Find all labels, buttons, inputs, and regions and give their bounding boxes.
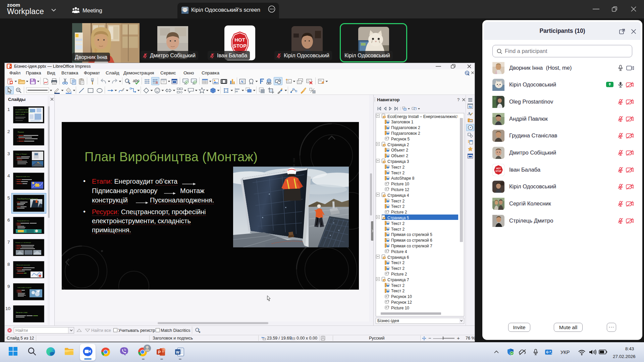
svg-text:A: A bbox=[240, 79, 243, 83]
svg-text:d: d bbox=[128, 82, 130, 85]
svg-text:STOP: STOP bbox=[233, 43, 247, 49]
svg-text:d: d bbox=[199, 331, 200, 333]
svg-text:Ризики та їх мінімізація: Ризики та їх мінімізація bbox=[15, 242, 31, 243]
svg-text:Фундаційний план: Фундаційний план bbox=[17, 220, 30, 222]
svg-text:a: a bbox=[198, 328, 199, 330]
svg-text:W: W bbox=[176, 350, 180, 354]
svg-text:Товар та Продукт: Товар та Продукт bbox=[15, 153, 27, 155]
svg-text:abc: abc bbox=[133, 78, 139, 83]
svg-text:ТВОГО ДОМУ: ТВОГО ДОМУ bbox=[15, 114, 25, 115]
svg-text:STOP: STOP bbox=[495, 170, 501, 172]
svg-text:HOT: HOT bbox=[234, 37, 245, 43]
svg-text:Рішення: Рішення bbox=[18, 131, 24, 133]
svg-text:ECOENERGY INSTALL —: ECOENERGY INSTALL — bbox=[15, 109, 33, 111]
svg-text:HOT: HOT bbox=[496, 167, 501, 170]
svg-text:Маркетинговий план: Маркетинговий план bbox=[16, 176, 30, 177]
svg-text:ЕНЕРГОНЕЗАЛЕЖНІСТЬ: ЕНЕРГОНЕЗАЛЕЖНІСТЬ bbox=[15, 111, 33, 113]
svg-text:Фінансові показники: Фінансові показники bbox=[16, 264, 30, 266]
svg-text:Інвестиційні потреби: Інвестиційні потреби bbox=[17, 287, 32, 288]
svg-text:P: P bbox=[158, 350, 161, 355]
svg-text:Заключне слово: Заключне слово bbox=[16, 312, 28, 313]
